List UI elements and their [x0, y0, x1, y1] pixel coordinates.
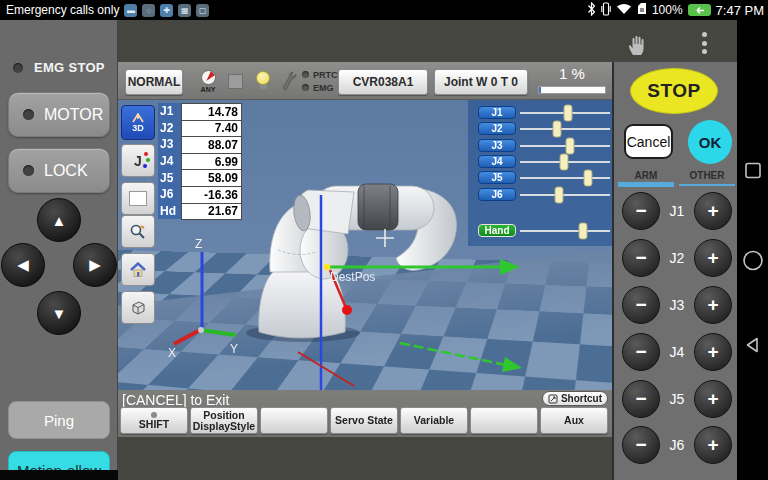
slider-handle[interactable]: [560, 154, 569, 171]
j5-minus-button[interactable]: −: [622, 380, 660, 418]
joint-jog-button[interactable]: J: [121, 144, 155, 177]
wifi-icon: [616, 2, 632, 18]
joint-slider-panel: J1 J2 J3 J4 J5 J6: [468, 100, 612, 246]
j3-plus-button[interactable]: +: [694, 286, 732, 324]
j4-minus-button[interactable]: −: [622, 333, 660, 371]
axis-z-label: Z: [195, 237, 202, 251]
cancel-label: Cancel: [627, 134, 671, 150]
home-position-button[interactable]: [121, 253, 155, 286]
blank-function-button[interactable]: [470, 407, 538, 434]
variable-button[interactable]: Variable: [400, 407, 468, 434]
slider-track[interactable]: [520, 230, 610, 232]
tab-other[interactable]: OTHER: [677, 170, 737, 181]
motor-led: [23, 109, 34, 120]
speed-any-icon[interactable]: ANY: [196, 70, 220, 94]
hand-guide-icon[interactable]: [626, 33, 650, 61]
joint-label: J5: [158, 169, 181, 186]
list-view-button[interactable]: [121, 182, 155, 215]
motor-label: MOTOR: [44, 106, 103, 124]
cancel-button[interactable]: Cancel: [624, 124, 673, 159]
j4-plus-button[interactable]: +: [694, 333, 732, 371]
inspect-button[interactable]: [121, 215, 155, 248]
minus-icon: −: [635, 434, 646, 456]
ok-button[interactable]: OK: [688, 120, 732, 164]
blank-function-button[interactable]: [260, 407, 328, 434]
joint-jog-icon: J: [134, 154, 142, 168]
slider-row: J4: [468, 155, 612, 169]
list-icon: [129, 191, 147, 206]
slider-joint-label: J5: [478, 171, 516, 184]
coordinate-mode-button[interactable]: Joint W 0 T 0: [434, 69, 528, 95]
servo-state-button[interactable]: Servo State: [330, 407, 398, 434]
view-3d-label: 3D: [132, 124, 144, 133]
emg-stop-led: [13, 63, 23, 73]
slider-joint-label: J1: [478, 106, 516, 119]
dpad-down-button[interactable]: ▼: [37, 291, 81, 335]
speed-indicator: 1 %: [536, 62, 608, 100]
joint-value: 88.07: [181, 136, 242, 154]
home-circle-icon[interactable]: [742, 250, 763, 275]
back-icon[interactable]: [744, 336, 762, 358]
j5-plus-button[interactable]: +: [694, 380, 732, 418]
button-label: Aux: [564, 415, 584, 426]
slider-track[interactable]: [520, 145, 610, 147]
emg-stop-indicator: EMG STOP: [13, 60, 105, 75]
slider-handle[interactable]: [584, 170, 593, 187]
slider-handle[interactable]: [554, 187, 563, 204]
dpad-right-button[interactable]: ▶: [73, 243, 117, 287]
plus-icon: +: [707, 341, 718, 363]
program-button[interactable]: CVR038A1: [338, 69, 428, 95]
arrow-right-icon: ▶: [89, 256, 101, 274]
j3-minus-button[interactable]: −: [622, 286, 660, 324]
program-label: CVR038A1: [353, 75, 414, 89]
jog-tabs: ARM OTHER: [614, 170, 739, 186]
slider-handle[interactable]: [579, 223, 588, 240]
jog-row-j1: − J1 +: [614, 192, 739, 230]
lock-led: [23, 165, 34, 176]
any-label: ANY: [196, 86, 220, 93]
aux-button[interactable]: Aux: [540, 407, 608, 434]
motor-button[interactable]: MOTOR: [8, 92, 110, 137]
ping-button[interactable]: Ping: [8, 401, 110, 439]
button-label: Variable: [414, 415, 454, 426]
slider-track[interactable]: [520, 161, 610, 163]
shift-button[interactable]: SHIFT: [120, 407, 188, 434]
slider-handle[interactable]: [552, 121, 561, 138]
stop-button[interactable]: STOP: [630, 68, 718, 114]
notification-icon: ✚: [160, 4, 173, 17]
slider-handle[interactable]: [563, 105, 572, 122]
notification-icon: ◌: [142, 4, 155, 17]
jog-joint-label: J1: [664, 192, 690, 230]
j1-minus-button[interactable]: −: [622, 192, 660, 230]
dpad-left-button[interactable]: ◀: [1, 243, 45, 287]
wrench-icon[interactable]: [281, 70, 297, 97]
lock-button[interactable]: LOCK: [8, 148, 110, 193]
screen: Emergency calls only ▬ ◌ ✚ ▦ ▢ 100%: [0, 0, 768, 480]
dest-pos-label: DestPos: [330, 270, 375, 284]
j2-plus-button[interactable]: +: [694, 239, 732, 277]
slider-track[interactable]: [520, 177, 610, 179]
j6-plus-button[interactable]: +: [694, 426, 732, 464]
battery-percent-text: 100%: [652, 3, 683, 17]
table-row: Hd21.67: [158, 203, 242, 220]
overflow-menu-icon[interactable]: [702, 32, 708, 54]
slider-track[interactable]: [520, 128, 610, 130]
recents-icon[interactable]: [744, 162, 761, 183]
table-row: J558.09: [158, 169, 242, 186]
j6-minus-button[interactable]: −: [622, 426, 660, 464]
j1-plus-button[interactable]: +: [694, 192, 732, 230]
j2-minus-button[interactable]: −: [622, 239, 660, 277]
view-3d-button[interactable]: 3D: [121, 105, 155, 140]
dpad-up-button[interactable]: ▲: [37, 198, 81, 242]
slider-handle[interactable]: [566, 138, 575, 155]
workspace-box-button[interactable]: [121, 291, 155, 324]
slider-track[interactable]: [520, 194, 610, 196]
mode-normal-button[interactable]: NORMAL: [125, 69, 183, 95]
jog-joint-label: J2: [664, 239, 690, 277]
tab-arm[interactable]: ARM: [616, 170, 676, 181]
position-displaystyle-button[interactable]: Position DisplayStyle: [190, 407, 258, 434]
shortcut-button[interactable]: Shortcut: [542, 391, 608, 406]
slider-track[interactable]: [520, 112, 610, 114]
lamp-icon[interactable]: [256, 71, 271, 89]
robot-3d-viewport[interactable]: X Y Z DestPos 3D J: [118, 100, 612, 390]
